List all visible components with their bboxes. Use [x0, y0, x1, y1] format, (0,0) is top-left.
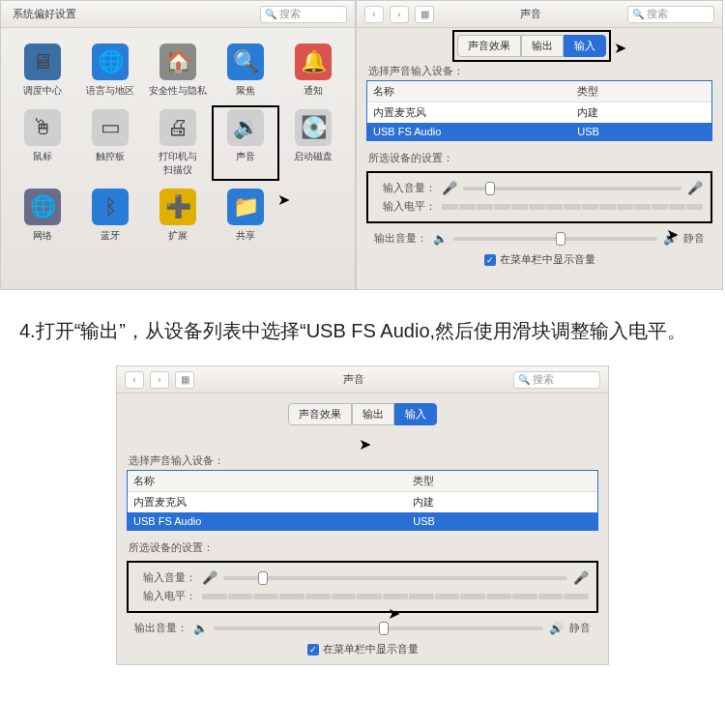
menubar-volume-row[interactable]: ✓ 在菜单栏中显示音量	[357, 249, 722, 270]
pref-item-sound[interactable]: 🔉声音	[212, 105, 279, 181]
pref-label: 语言与地区	[86, 84, 134, 98]
input-volume-label: 输入音量：	[376, 181, 436, 195]
tab-output[interactable]: 输出	[521, 35, 564, 57]
pref-item-extensions[interactable]: ➕扩展	[144, 185, 212, 247]
device-row-usb-fs-audio[interactable]: USB FS Audio USB	[128, 512, 597, 530]
pref-label: 网络	[33, 229, 52, 243]
sound-search-field[interactable]: 🔍 搜索	[627, 6, 714, 23]
speaker-low-icon: 🔈	[193, 622, 208, 635]
sound-icon: 🔉	[227, 109, 264, 146]
pref-label: 共享	[236, 229, 255, 243]
device-row-internal-mic[interactable]: 内置麦克风 内建	[128, 492, 597, 512]
system-preferences-window: 系统偏好设置 🔍 搜索 🖥调度中心🌐语言与地区🏠安全性与隐私🔍聚焦🔔通知🖱鼠标▭…	[0, 0, 356, 290]
input-level-label: 输入电平：	[376, 199, 436, 214]
back-button[interactable]: ‹	[364, 6, 384, 23]
sysprefs-title: 系统偏好设置	[13, 7, 76, 21]
pref-label: 安全性与隐私	[149, 84, 207, 98]
pref-item-bluetooth[interactable]: ᛒ蓝牙	[76, 185, 144, 247]
pref-item-startup-disk[interactable]: 💽启动磁盘	[279, 105, 347, 181]
forward-button[interactable]: ›	[150, 371, 169, 389]
menubar-volume-row[interactable]: ✓ 在菜单栏中显示音量	[117, 639, 608, 659]
tab-sound-effects[interactable]: 声音效果	[288, 403, 352, 425]
tab-output[interactable]: 输出	[352, 403, 394, 425]
language-region-icon: 🌐	[92, 44, 129, 80]
input-volume-row: 输入音量： 🎤 🎤	[376, 179, 703, 197]
pref-item-language-region[interactable]: 🌐语言与地区	[76, 40, 144, 102]
input-settings-box: 输入音量： 🎤 🎤 输入电平：	[366, 171, 712, 223]
mission-control-icon: 🖥	[24, 44, 61, 80]
output-volume-row: 输出音量： 🔈 🔊 静音	[357, 227, 722, 249]
instruction-text: 4.打开“输出”，从设备列表中选择“USB FS Audio,然后使用滑块调整输…	[0, 290, 725, 365]
pref-item-printers-scanners[interactable]: 🖨打印机与 扫描仪	[144, 105, 212, 181]
sound-titlebar: ‹ › ▦ 声音 🔍 搜索	[357, 1, 722, 28]
sound-tabs: 声音效果 输出 输入	[117, 397, 608, 431]
input-level-row: 输入电平：	[376, 197, 703, 216]
input-volume-slider[interactable]	[223, 576, 567, 580]
sound-tabs-boxed: 声音效果 输出 输入	[454, 32, 609, 60]
pref-item-sharing[interactable]: 📁共享	[212, 185, 279, 247]
input-level-row: 输入电平：	[136, 587, 589, 605]
sysprefs-search-field[interactable]: 🔍 搜索	[260, 6, 347, 23]
forward-button[interactable]: ›	[390, 6, 409, 23]
mouse-icon: 🖱	[24, 109, 61, 146]
notifications-icon: 🔔	[295, 44, 332, 80]
back-button[interactable]: ‹	[125, 371, 144, 389]
sound-panel-bottom: ‹ › ▦ 声音 🔍 搜索 声音效果 输出 输入 ➤ 选择声音输入设备： 名称 …	[116, 365, 609, 665]
device-row-usb-fs-audio[interactable]: USB FS Audio USB	[367, 123, 711, 140]
device-row-internal-mic[interactable]: 内置麦克风 内建	[367, 102, 711, 123]
bluetooth-icon: ᛒ	[92, 189, 129, 225]
input-volume-row: 输入音量： 🎤 🎤	[136, 568, 589, 587]
input-level-meter	[442, 204, 703, 210]
startup-disk-icon: 💽	[295, 109, 332, 146]
pref-item-trackpad[interactable]: ▭触控板	[76, 105, 144, 181]
search-icon: 🔍	[518, 374, 530, 385]
sound-window-title: 声音	[343, 372, 364, 387]
search-icon: 🔍	[632, 9, 644, 19]
pref-item-spotlight[interactable]: 🔍聚焦	[212, 40, 279, 102]
speaker-low-icon: 🔈	[433, 232, 448, 246]
sound-window-title: 声音	[520, 7, 541, 21]
sound-search-field[interactable]: 🔍 搜索	[513, 371, 600, 389]
menubar-volume-checkbox[interactable]: ✓	[484, 254, 496, 266]
search-placeholder: 搜索	[279, 7, 301, 21]
tab-sound-effects[interactable]: 声音效果	[457, 35, 521, 57]
sharing-icon: 📁	[227, 189, 264, 225]
printers-scanners-icon: 🖨	[160, 109, 196, 146]
device-table-header: 名称 类型	[128, 471, 597, 492]
security-privacy-icon: 🏠	[160, 44, 196, 80]
input-settings-box: 输入音量： 🎤 🎤 输入电平：	[127, 561, 598, 613]
speaker-high-icon: 🔊	[549, 622, 564, 635]
output-volume-label: 输出音量：	[374, 231, 427, 246]
menubar-volume-checkbox[interactable]: ✓	[307, 644, 319, 655]
input-volume-slider[interactable]	[463, 187, 682, 190]
pref-label: 声音	[236, 150, 255, 163]
tab-input[interactable]: 输入	[564, 35, 606, 57]
tab-input[interactable]: 输入	[394, 403, 437, 425]
spotlight-icon: 🔍	[227, 44, 264, 80]
mute-label: 静音	[683, 231, 705, 246]
pref-item-notifications[interactable]: 🔔通知	[279, 40, 347, 102]
pref-label: 调度中心	[23, 84, 62, 98]
grid-button[interactable]: ▦	[175, 371, 194, 389]
speaker-high-icon: 🔊	[663, 232, 678, 246]
pref-item-mission-control[interactable]: 🖥调度中心	[9, 40, 76, 102]
output-volume-slider[interactable]	[453, 237, 657, 241]
search-icon: 🔍	[265, 9, 276, 19]
menubar-volume-label: 在菜单栏中显示音量	[500, 252, 595, 267]
choose-device-label: 选择声音输入设备：	[357, 60, 722, 80]
pref-item-security-privacy[interactable]: 🏠安全性与隐私	[144, 40, 212, 102]
device-table: 名称 类型 内置麦克风 内建 USB FS Audio USB	[366, 80, 712, 141]
mic-low-icon: 🎤	[202, 570, 218, 585]
pref-label: 蓝牙	[101, 229, 120, 243]
output-volume-slider[interactable]	[214, 626, 543, 630]
sysprefs-grid: 🖥调度中心🌐语言与地区🏠安全性与隐私🔍聚焦🔔通知🖱鼠标▭触控板🖨打印机与 扫描仪…	[1, 28, 355, 250]
mic-low-icon: 🎤	[442, 181, 457, 195]
mic-high-icon: 🎤	[687, 181, 703, 195]
pref-label: 启动磁盘	[294, 150, 333, 163]
grid-button[interactable]: ▦	[415, 6, 434, 23]
input-level-meter	[202, 594, 589, 599]
pref-item-mouse[interactable]: 🖱鼠标	[9, 105, 76, 181]
selected-device-settings-label: 所选设备的设置：	[357, 147, 722, 167]
mic-high-icon: 🎤	[573, 570, 589, 585]
pref-item-network[interactable]: 🌐网络	[9, 185, 76, 247]
